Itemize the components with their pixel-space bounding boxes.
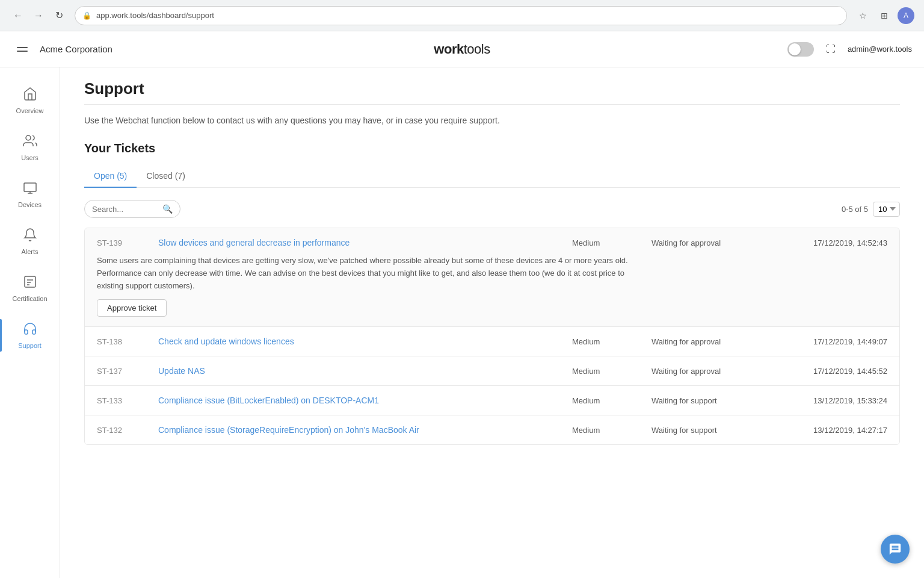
content-area: Support Use the Webchat function below t… <box>60 67 924 578</box>
browser-nav-buttons: ← → ↻ <box>10 7 67 24</box>
certification-icon <box>23 275 37 293</box>
sidebar-item-alerts[interactable]: Alerts <box>0 220 60 263</box>
ticket-title[interactable]: Update NAS <box>158 366 565 376</box>
fullscreen-button[interactable]: ⛶ <box>824 42 838 57</box>
approve-ticket-button[interactable]: Approve ticket <box>97 299 167 317</box>
url-text: app.work.tools/dashboard/support <box>96 11 214 20</box>
top-bar: Acme Corporation worktools ⛶ admin@work.… <box>0 31 924 67</box>
sidebar-item-users[interactable]: Users <box>0 126 60 169</box>
alerts-icon <box>23 228 37 246</box>
ticket-status: Waiting for approval <box>651 367 772 376</box>
top-bar-right: ⛶ admin@work.tools <box>787 42 912 57</box>
users-icon <box>23 134 37 152</box>
theme-toggle[interactable] <box>787 42 814 57</box>
alerts-label: Alerts <box>21 248 38 255</box>
ticket-main-line: ST-133 Compliance issue (BitLockerEnable… <box>97 396 887 405</box>
forward-button[interactable]: → <box>30 7 47 24</box>
sidebar-item-overview[interactable]: Overview <box>0 79 60 122</box>
page-title-area: Support <box>84 67 900 104</box>
tickets-tabs: Open (5) Closed (7) <box>84 165 900 188</box>
table-row: ST-138 Check and update windows licences… <box>85 327 899 356</box>
pagination-info: 0-5 of 5 10 25 50 <box>842 202 900 217</box>
svg-point-0 <box>26 135 31 140</box>
search-input[interactable] <box>92 205 159 214</box>
devices-label: Devices <box>18 201 42 208</box>
brand-suffix: tools <box>464 42 490 57</box>
table-row: ST-139 Slow devices and general decrease… <box>85 228 899 327</box>
ticket-id: ST-137 <box>97 367 151 376</box>
tickets-toolbar: 🔍 0-5 of 5 10 25 50 <box>84 200 900 218</box>
address-bar[interactable]: 🔒 app.work.tools/dashboard/support <box>75 6 847 25</box>
search-box[interactable]: 🔍 <box>84 200 180 218</box>
browser-chrome: ← → ↻ 🔒 app.work.tools/dashboard/support… <box>0 0 924 31</box>
ticket-date: 17/12/2019, 14:52:43 <box>779 238 887 247</box>
ticket-status: Waiting for support <box>651 426 772 435</box>
sidebar-item-certification[interactable]: Certification <box>0 267 60 309</box>
bookmark-button[interactable]: ☆ <box>854 7 871 24</box>
devices-icon <box>23 181 37 199</box>
ticket-title[interactable]: Slow devices and general decrease in per… <box>158 238 565 247</box>
refresh-button[interactable]: ↻ <box>51 7 67 24</box>
ticket-priority: Medium <box>572 396 644 405</box>
ticket-main-line: ST-139 Slow devices and general decrease… <box>97 238 887 247</box>
search-icon: 🔍 <box>162 204 173 214</box>
page-title: Support <box>84 79 900 98</box>
ticket-date: 13/12/2019, 15:33:24 <box>779 396 887 405</box>
ticket-body: Some users are complaining that devices … <box>97 255 638 292</box>
sidebar: Overview Users <box>0 67 60 578</box>
extensions-button[interactable]: ⊞ <box>876 7 893 24</box>
ticket-id: ST-139 <box>97 238 151 247</box>
ticket-date: 13/12/2019, 14:27:17 <box>779 426 887 435</box>
back-button[interactable]: ← <box>10 7 26 24</box>
support-icon <box>23 322 37 340</box>
tab-closed-label: Closed (7) <box>146 171 185 181</box>
your-tickets-title: Your Tickets <box>84 141 900 155</box>
brand-logo: worktools <box>434 42 490 57</box>
app-layout: Acme Corporation worktools ⛶ admin@work.… <box>0 31 924 578</box>
lock-icon: 🔒 <box>82 11 91 20</box>
ticket-list: ST-139 Slow devices and general decrease… <box>84 228 900 445</box>
ticket-id: ST-138 <box>97 337 151 346</box>
intro-text: Use the Webchat function below to contac… <box>84 114 900 127</box>
per-page-select[interactable]: 10 25 50 <box>873 202 900 217</box>
tab-open[interactable]: Open (5) <box>84 165 137 188</box>
users-label: Users <box>21 154 38 161</box>
sidebar-item-support[interactable]: Support <box>0 314 60 356</box>
ticket-main-line: ST-132 Compliance issue (StorageRequireE… <box>97 425 887 435</box>
divider <box>84 104 900 105</box>
hamburger-button[interactable] <box>12 42 32 57</box>
certification-label: Certification <box>12 295 47 302</box>
hamburger-line <box>17 51 28 52</box>
ticket-main-line: ST-137 Update NAS Medium Waiting for app… <box>97 366 887 376</box>
table-row: ST-133 Compliance issue (BitLockerEnable… <box>85 386 899 415</box>
ticket-priority: Medium <box>572 337 644 346</box>
user-avatar[interactable]: A <box>898 7 914 24</box>
ticket-id: ST-132 <box>97 426 151 435</box>
ticket-priority: Medium <box>572 426 644 435</box>
ticket-priority: Medium <box>572 367 644 376</box>
main-area: Overview Users <box>0 67 924 578</box>
table-row: ST-132 Compliance issue (StorageRequireE… <box>85 415 899 444</box>
ticket-title[interactable]: Check and update windows licences <box>158 337 565 346</box>
ticket-status: Waiting for approval <box>651 238 772 247</box>
browser-actions: ☆ ⊞ A <box>854 7 914 24</box>
ticket-title[interactable]: Compliance issue (StorageRequireEncrypti… <box>158 425 565 435</box>
ticket-status: Waiting for approval <box>651 337 772 346</box>
svg-rect-4 <box>25 276 35 287</box>
sidebar-item-devices[interactable]: Devices <box>0 173 60 216</box>
brand-text: work <box>434 42 463 57</box>
pagination-text: 0-5 of 5 <box>842 205 868 214</box>
admin-email: admin@work.tools <box>848 45 912 54</box>
ticket-priority: Medium <box>572 238 644 247</box>
hamburger-line <box>17 47 28 48</box>
svg-rect-1 <box>24 183 36 191</box>
ticket-date: 17/12/2019, 14:49:07 <box>779 337 887 346</box>
chat-bubble-button[interactable] <box>881 535 910 564</box>
ticket-id: ST-133 <box>97 396 151 405</box>
support-label: Support <box>18 342 42 349</box>
company-name: Acme Corporation <box>40 44 112 54</box>
ticket-title[interactable]: Compliance issue (BitLockerEnabled) on D… <box>158 396 565 405</box>
tab-closed[interactable]: Closed (7) <box>137 165 195 188</box>
ticket-main-line: ST-138 Check and update windows licences… <box>97 337 887 346</box>
tab-open-label: Open (5) <box>94 171 127 181</box>
